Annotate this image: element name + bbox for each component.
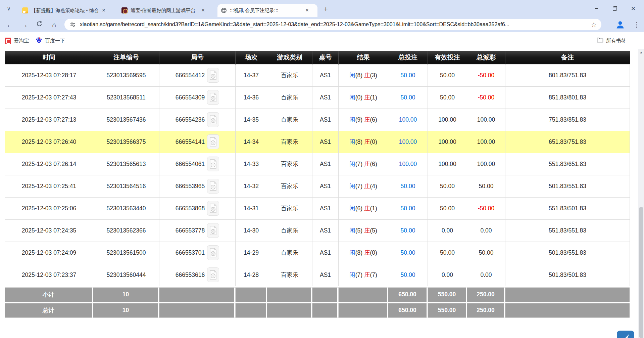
back-button[interactable]: ← [5,20,15,30]
address-bar[interactable]: xiaotian.so/game/betrecord_search/kind3?… [64,19,601,30]
cell-bet-id: 523013560444 [93,264,159,286]
tab-search-chevron-icon[interactable]: ∨ [5,5,13,13]
summary-cell [312,303,338,318]
tab-close-icon[interactable]: × [200,7,206,14]
tab-bet-records-active[interactable]: :::视讯 会员下注纪录::: × [217,4,317,17]
cell-valid-bet: 50.00 [428,64,467,86]
table-row[interactable]: 2025-12-03 07:24:09523013561500666553701… [5,242,630,264]
table-row[interactable]: 2025-12-03 07:27:43523013568511666554309… [5,86,630,109]
cell-bet-id: 523013565613 [93,153,159,175]
summary-cell [235,287,267,302]
tab-tongbao[interactable]: 通宝-信誉最好的网上游戏平台 × [118,4,213,17]
video-replay-button[interactable] [207,179,219,194]
player-label: 闲 [349,249,355,256]
back-to-top-button[interactable] [617,331,634,338]
baidu-paw-icon [36,37,42,45]
cell-game-type: 百家乐 [267,109,312,131]
cell-time: 2025-12-03 07:28:17 [5,64,93,86]
summary-cell [267,287,312,302]
cell-valid-bet: 50.00 [428,175,467,197]
cell-total-bet: 50.00 [388,219,428,242]
forward-button[interactable]: → [19,20,30,30]
table-row[interactable]: 2025-12-03 07:25:06523013563440666553868… [5,197,630,219]
table-row[interactable]: 2025-12-03 07:26:14523013565613666554061… [5,153,630,175]
column-header: 注单编号 [93,51,159,64]
cell-game-type: 百家乐 [267,175,312,197]
banker-label: 庄 [364,138,370,145]
cell-time: 2025-12-03 07:27:43 [5,86,93,109]
column-header: 备注 [505,51,630,64]
cell-time: 2025-12-03 07:24:35 [5,219,93,242]
table-row[interactable]: 2025-12-03 07:28:17523013569595666554412… [5,64,630,86]
chrome-menu-icon[interactable]: ⋮ [632,20,641,30]
bookmark-star-icon[interactable]: ☆ [591,21,597,29]
cell-bet-id: 523013566375 [93,131,159,153]
profile-avatar[interactable] [615,20,625,29]
player-label: 闲 [349,138,355,145]
cell-game-type: 百家乐 [267,131,312,153]
column-header: 游戏类别 [267,51,312,64]
cell-note: 501.83/551.83 [505,175,630,197]
cell-result: 闲(6) 庄(1) [339,197,388,219]
video-replay-button[interactable] [207,90,219,105]
table-row[interactable]: 2025-12-03 07:25:41523013564516666553965… [5,175,630,197]
video-replay-button[interactable] [207,68,219,83]
bookmark-taobao[interactable]: 爱淘宝 [5,36,29,45]
cell-session: 14-29 [236,242,267,264]
table-row[interactable]: 2025-12-03 07:23:37523013560444666553616… [5,264,630,286]
bookmark-baidu[interactable]: 百度一下 [36,36,65,45]
round-number: 666554141 [176,138,205,145]
cell-valid-bet: 0.00 [428,264,467,286]
send-arrow-icon [621,333,630,338]
site-settings-icon[interactable] [70,22,76,28]
tab-close-icon[interactable]: × [304,7,310,14]
bookmarks-bar: 爱淘宝 百度一下 所有书签 [0,32,644,49]
cell-bet-id: 523013569595 [93,64,159,86]
cell-note: 651.83/751.83 [505,131,630,153]
video-replay-button[interactable] [207,223,219,238]
table-row[interactable]: 2025-12-03 07:26:40523013566375666554141… [5,131,630,153]
cell-game-type: 百家乐 [267,219,312,242]
cell-bet-id: 523013567436 [93,109,159,131]
tab-title: 通宝-信誉最好的网上游戏平台 [131,7,198,14]
page-content: 时间注单编号局号场次游戏类别桌号结果总投注有效投注总派彩备注 2025-12-0… [0,49,644,338]
video-replay-button[interactable] [207,157,219,171]
round-number: 666554236 [176,116,205,123]
new-tab-button[interactable]: + [321,5,330,14]
scrollbar-thumb[interactable] [639,207,643,338]
window-restore-button[interactable] [607,0,623,17]
summary-cell [338,287,388,302]
video-replay-button[interactable] [207,245,219,260]
cell-time: 2025-12-03 07:27:13 [5,109,93,131]
window-minimize-button[interactable]: − [589,0,604,17]
tab-forum[interactable]: 【新提醒】海燕策略论坛 - 综合 × [19,4,115,17]
cell-round: 666553778 [159,219,236,242]
scrollbar-up-arrow[interactable]: ▲ [638,50,644,54]
video-replay-button[interactable] [207,201,219,216]
summary-cell: 250.00 [467,287,505,302]
url-text[interactable]: xiaotian.so/game/betrecord_search/kind3?… [80,22,588,28]
cell-session: 14-36 [236,86,267,109]
all-bookmarks-button[interactable]: 所有书签 [597,36,626,45]
player-label: 闲 [349,183,355,189]
page-scrollbar[interactable]: ▲ [638,49,644,338]
home-button[interactable]: ⌂ [49,20,59,30]
video-replay-button[interactable] [207,267,219,282]
film-document-icon [209,71,217,80]
table-row[interactable]: 2025-12-03 07:27:13523013567436666554236… [5,109,630,131]
video-replay-button[interactable] [207,134,219,149]
column-header: 桌号 [312,51,339,64]
cell-total-bet: 50.00 [388,64,428,86]
video-replay-button[interactable] [207,112,219,127]
window-close-button[interactable]: × [626,0,641,17]
banker-label: 庄 [364,161,370,167]
cell-result: 闲(7) 庄(7) [339,264,388,286]
banker-label: 庄 [364,271,370,278]
cell-result: 闲(8) 庄(0) [339,131,388,153]
cell-game-type: 百家乐 [267,264,312,286]
tab-close-icon[interactable]: × [100,7,107,14]
reload-button[interactable] [34,20,44,30]
cell-total-bet: 50.00 [388,242,428,264]
reload-icon [36,20,43,27]
table-row[interactable]: 2025-12-03 07:24:35523013562366666553778… [5,219,630,242]
